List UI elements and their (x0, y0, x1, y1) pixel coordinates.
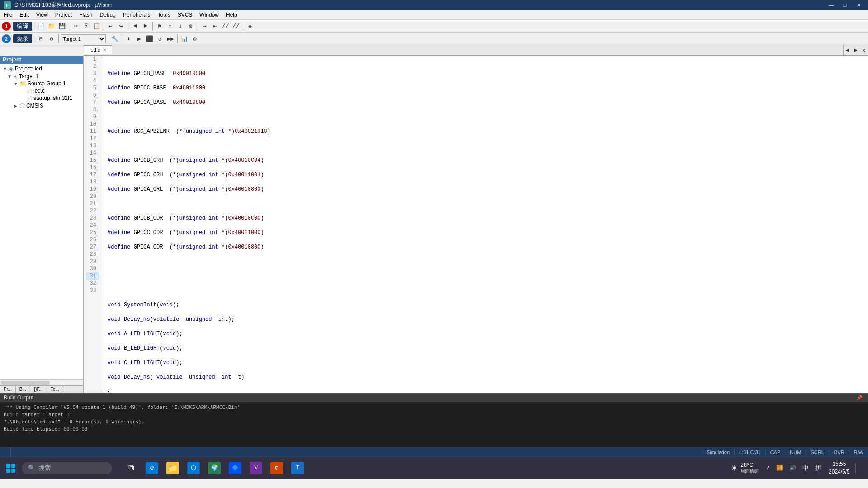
bm-next-btn[interactable]: ⇓ (175, 21, 185, 31)
code-area[interactable]: 1 2 3 4 5 6 7 8 9 10 11 12 13 14 15 16 1… (84, 56, 868, 393)
ln-19: 19 (86, 186, 99, 193)
proj-tab-project[interactable]: Pr... (0, 386, 16, 393)
refactor-btn[interactable]: ◈ (245, 21, 255, 31)
ln-18: 18 (86, 178, 99, 186)
app3[interactable]: 🔷 (225, 458, 245, 478)
manage-btn[interactable]: 🔧 (110, 34, 120, 44)
stop-debug-btn[interactable]: ⬛ (145, 34, 155, 44)
ln-28: 28 (86, 251, 99, 258)
logic-btn[interactable]: 📊 (179, 34, 189, 44)
menu-help[interactable]: Help (222, 10, 241, 19)
app5[interactable]: ⚙ (267, 458, 287, 478)
tree-source-group[interactable]: ▼ 📁 Source Group 1 (1, 80, 82, 87)
indent-btn[interactable]: ⇥ (200, 21, 210, 31)
start-debug-btn[interactable]: ▶ (134, 34, 144, 44)
code-editor: 1 2 3 4 5 6 7 8 9 10 11 12 13 14 15 16 1… (84, 56, 868, 393)
taskbar: 🔍 搜索 ⧉ e 📁 ⬡ 🌍 🔷 W ⚙ T (0, 457, 868, 479)
show-desktop-btn[interactable] (855, 463, 864, 473)
ln-16: 16 (86, 164, 99, 171)
bm-clear-btn[interactable]: ⊗ (186, 21, 196, 31)
menu-file[interactable]: File (0, 10, 16, 19)
tab-scroll-right[interactable]: ► (852, 45, 860, 55)
menu-svcs[interactable]: SVCS (174, 10, 196, 19)
menu-window[interactable]: Window (196, 10, 222, 19)
reset-btn[interactable]: ↺ (155, 34, 165, 44)
clock-date: 2024/5/5 (829, 468, 850, 476)
start-button[interactable] (0, 457, 22, 479)
tree-startup[interactable]: 📄 startup_stm32f1 (1, 94, 82, 102)
tree-target1[interactable]: ▼ ⊞ Target 1 (1, 73, 82, 80)
bm-prev-btn[interactable]: ⇑ (165, 21, 175, 31)
tray-expand[interactable]: ∧ (764, 463, 773, 473)
tree-led-c[interactable]: 📄 led.c (1, 87, 82, 94)
setup-btn[interactable]: ⚙ (190, 34, 200, 44)
flash-download-btn[interactable]: ⬇ (124, 34, 134, 44)
compile-label: 编译 (13, 22, 32, 31)
taskbar-search[interactable]: 🔍 搜索 (22, 462, 112, 474)
tree-project-led[interactable]: ▼ ◈ Project: led (1, 65, 82, 73)
paste-btn[interactable]: 📋 (92, 21, 102, 31)
task-view-btn[interactable]: ⧉ (121, 458, 141, 478)
proj-tab-books[interactable]: B... (16, 386, 30, 393)
nav-back-btn[interactable]: ◄ (130, 21, 140, 31)
menu-tools[interactable]: Tools (154, 10, 174, 19)
proj-tab-functions[interactable]: {}F... (30, 386, 47, 393)
chinese-input-icon[interactable]: 中 (800, 462, 811, 474)
target-select[interactable]: Target 1 (61, 34, 106, 43)
tree-cmsis[interactable]: ► ⬡ CMSIS (1, 102, 82, 110)
browser-app[interactable]: e (142, 458, 162, 478)
tab-close-btn[interactable]: ✕ (103, 47, 106, 52)
menu-project[interactable]: Project (52, 10, 75, 19)
nav-fwd-btn[interactable]: ► (141, 21, 151, 31)
code-content[interactable]: #define GPIOB_BASE 0x40010C00 #define GP… (102, 56, 868, 393)
folder-icon: 📁 (19, 80, 26, 87)
status-position: L:31 C:31 (734, 450, 765, 455)
win-logo-tr (11, 464, 15, 468)
maximize-button[interactable]: □ (839, 1, 851, 9)
bookmark-btn[interactable]: ⚑ (155, 21, 165, 31)
app4[interactable]: W (246, 458, 266, 478)
uncomment-btn[interactable]: // (231, 21, 241, 31)
app5-icon: ⚙ (270, 462, 283, 474)
cut-btn[interactable]: ✂ (71, 21, 81, 31)
app6[interactable]: T (288, 458, 307, 478)
sep-t2-3 (108, 34, 108, 43)
close-all-tabs[interactable]: ✕ (860, 45, 868, 55)
project-hscroll[interactable] (0, 379, 83, 385)
menu-view[interactable]: View (33, 10, 52, 19)
build-pin-btn[interactable]: 📌 (854, 395, 864, 401)
app1[interactable]: ⬡ (184, 458, 203, 478)
pinyin-input-icon[interactable]: 拼 (812, 462, 824, 474)
weather-widget[interactable]: ☀ 28°C 局部晴朗 (726, 460, 763, 476)
undo-btn[interactable]: ↩ (106, 21, 116, 31)
comment-btn[interactable]: // (221, 21, 231, 31)
run-btn[interactable]: ▶▶ (165, 34, 175, 44)
status-simulation: Simulation (702, 450, 734, 455)
sep-4 (128, 22, 128, 31)
open-btn[interactable]: 📁 (47, 21, 57, 31)
sound-icon[interactable]: 🔊 (787, 463, 799, 473)
menu-peripherals[interactable]: Peripherals (119, 10, 154, 19)
hscroll-thumb[interactable] (1, 381, 50, 385)
redo-btn[interactable]: ↪ (116, 21, 126, 31)
clock-widget[interactable]: 15:55 2024/5/5 (825, 460, 854, 477)
network-icon[interactable]: 📶 (774, 463, 786, 473)
minimize-button[interactable]: — (826, 1, 837, 9)
compile-all-btn[interactable]: ⊞ (36, 34, 46, 44)
menu-edit[interactable]: Edit (16, 10, 33, 19)
copy-btn[interactable]: ⎘ (81, 21, 91, 31)
unindent-btn[interactable]: ⇤ (210, 21, 220, 31)
explorer-app[interactable]: 📁 (163, 458, 183, 478)
menu-flash[interactable]: Flash (75, 10, 96, 19)
tab-scroll-left[interactable]: ◄ (844, 45, 852, 55)
proj-tab-templates[interactable]: Te... (47, 386, 63, 393)
menu-debug[interactable]: Debug (96, 10, 119, 19)
sep-2 (69, 22, 69, 31)
compile-btn[interactable]: ⚙ (47, 34, 57, 44)
tab-led-c[interactable]: led.c ✕ (84, 45, 112, 54)
save-btn[interactable]: 💾 (57, 21, 67, 31)
app2[interactable]: 🌍 (204, 458, 224, 478)
close-button[interactable]: ✕ (853, 1, 864, 9)
new-file-btn[interactable]: 📄 (36, 21, 46, 31)
burn-label: 烧录 (13, 34, 32, 43)
